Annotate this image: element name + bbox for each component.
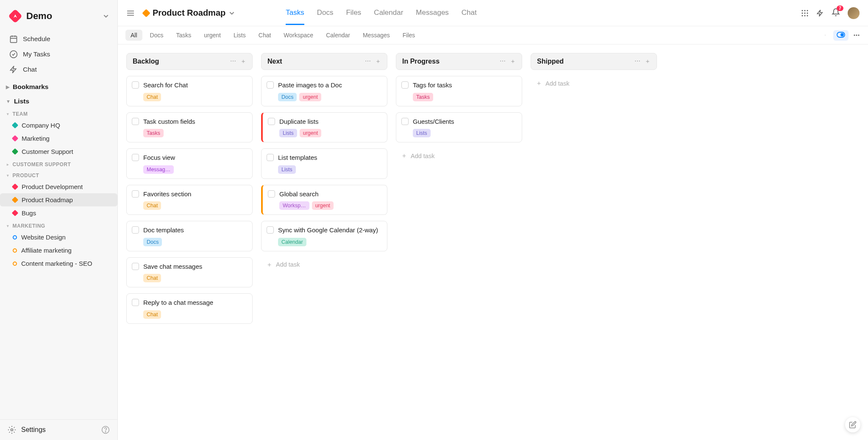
tag[interactable]: Tasks [143,129,164,137]
tag[interactable]: Chat [143,274,161,282]
group-header-team[interactable]: ▾TEAM [0,108,117,119]
task-checkbox[interactable] [268,118,275,125]
task-checkbox[interactable] [401,118,409,125]
column-header[interactable]: Shipped ⋯ ＋ [531,53,657,70]
sidebar-list-bugs[interactable]: Bugs [0,206,117,220]
add-icon[interactable]: ＋ [645,58,651,65]
sidebar-nav-my-tasks[interactable]: My Tasks [4,47,113,62]
help-icon[interactable] [101,426,110,434]
task-card[interactable]: Guests/ClientsLists [396,112,522,143]
filter-chip-workspace[interactable]: Workspace [278,30,318,41]
group-header-product[interactable]: ▾PRODUCT [0,169,117,180]
tag[interactable]: Worksp… [279,201,309,210]
tag[interactable]: Docs [278,93,297,101]
avatar[interactable] [848,7,860,19]
task-card[interactable]: Sync with Google Calendar (2-way)Calenda… [261,221,387,251]
compose-fab[interactable] [845,417,860,432]
task-card[interactable]: Doc templatesDocs [126,221,253,251]
tab-calendar[interactable]: Calendar [374,1,403,25]
tag[interactable]: Messag… [143,165,174,174]
task-checkbox[interactable] [132,118,139,125]
tab-messages[interactable]: Messages [416,1,448,25]
more-icon[interactable] [853,31,860,39]
task-card[interactable]: Duplicate listsListsurgent [261,112,387,143]
task-card[interactable]: Save chat messagesChat [126,257,253,288]
tag[interactable]: urgent [300,129,321,137]
filter-chip-messages[interactable]: Messages [358,30,395,41]
sidebar-list-marketing[interactable]: Marketing [0,132,117,145]
task-checkbox[interactable] [401,81,409,89]
tab-files[interactable]: Files [346,1,361,25]
filter-chip-tasks[interactable]: Tasks [171,30,196,41]
sidebar-list-company-hq[interactable]: Company HQ [0,119,117,132]
group-header-marketing[interactable]: ▾MARKETING [0,220,117,231]
task-checkbox[interactable] [132,263,139,270]
lists-header[interactable]: ▼ Lists [0,93,117,108]
task-checkbox[interactable] [267,154,274,161]
tab-chat[interactable]: Chat [462,1,477,25]
bookmarks-header[interactable]: ▶ Bookmarks [0,79,117,93]
task-card[interactable]: Favorites sectionChat [126,185,253,215]
breadcrumb[interactable]: Product Roadmap [143,8,235,18]
task-card[interactable]: Tags for tasksTasks [396,76,522,106]
add-task-button[interactable]: ＋Add task [531,76,657,91]
tag[interactable]: urgent [299,93,321,101]
sidebar-nav-chat[interactable]: Chat [4,62,113,77]
sidebar-list-product-roadmap[interactable]: Product Roadmap [0,193,117,206]
tag[interactable]: Chat [143,310,161,319]
filter-chip-chat[interactable]: Chat [253,30,276,41]
more-icon[interactable]: ⋯ [230,58,236,65]
sidebar-nav-schedule[interactable]: Schedule [4,31,113,47]
filter-chip-urgent[interactable]: urgent [199,30,226,41]
task-card[interactable]: Task custom fieldsTasks [126,112,253,143]
column-header[interactable]: Next ⋯ ＋ [261,53,387,70]
filter-chip-all[interactable]: All [125,30,142,41]
tag[interactable]: Lists [279,129,297,137]
hamburger-icon[interactable] [126,9,135,17]
task-checkbox[interactable] [268,190,275,198]
task-card[interactable]: Reply to a chat messageChat [126,293,253,324]
more-icon[interactable]: ⋯ [365,58,371,65]
tag[interactable]: urgent [312,201,334,210]
workspace-switcher[interactable]: Demo [0,0,117,30]
sidebar-list-website-design[interactable]: Website Design [0,231,117,244]
task-checkbox[interactable] [132,226,139,234]
add-icon[interactable]: ＋ [510,58,516,65]
sidebar-list-product-development[interactable]: Product Development [0,180,117,193]
notifications-button[interactable]: 7 [832,8,840,18]
tag[interactable]: Lists [413,129,431,137]
tag[interactable]: Calendar [278,238,306,246]
board-view-icon[interactable] [833,30,849,41]
column-header[interactable]: In Progress ⋯ ＋ [396,53,522,70]
tab-docs[interactable]: Docs [317,1,334,25]
filter-chip-files[interactable]: Files [398,30,420,41]
settings-button[interactable]: Settings [0,419,117,440]
more-icon[interactable]: ⋯ [500,58,506,65]
filter-chip-calendar[interactable]: Calendar [321,30,355,41]
group-header-customer-support[interactable]: ▸CUSTOMER SUPPORT [0,158,117,169]
list-view-icon[interactable] [821,31,829,39]
task-card[interactable]: Search for ChatChat [126,76,253,106]
apps-grid-icon[interactable] [801,9,809,17]
tag[interactable]: Tasks [413,93,433,101]
task-checkbox[interactable] [267,226,274,234]
tab-tasks[interactable]: Tasks [286,1,304,25]
sidebar-list-affiliate-marketing[interactable]: Affiliate marketing [0,244,117,257]
tag[interactable]: Chat [143,93,161,101]
more-icon[interactable]: ⋯ [634,58,640,65]
tag[interactable]: Docs [143,238,162,246]
task-card[interactable]: Global searchWorksp…urgent [261,185,387,215]
task-card[interactable]: List templatesLists [261,148,387,179]
bolt-icon[interactable] [816,9,824,17]
task-checkbox[interactable] [132,81,139,89]
task-checkbox[interactable] [132,154,139,161]
filter-chip-docs[interactable]: Docs [145,30,169,41]
column-header[interactable]: Backlog ⋯ ＋ [126,53,253,70]
sidebar-list-customer-support[interactable]: Customer Support [0,145,117,158]
sidebar-list-content-marketing---seo[interactable]: Content marketing - SEO [0,257,117,270]
task-checkbox[interactable] [132,190,139,198]
add-task-button[interactable]: ＋Add task [261,257,387,272]
task-card[interactable]: Paste images to a DocDocsurgent [261,76,387,106]
tag[interactable]: Lists [278,165,296,174]
add-icon[interactable]: ＋ [240,58,246,65]
